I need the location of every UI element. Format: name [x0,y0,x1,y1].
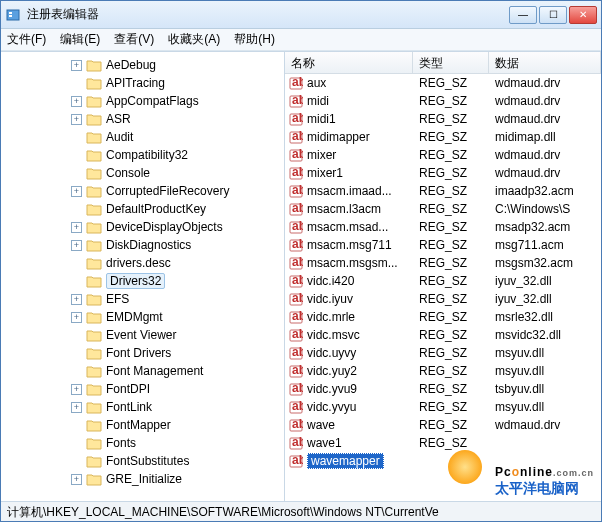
value-type: REG_SZ [413,166,489,180]
tree-node[interactable]: +DiskDiagnostics [1,236,284,254]
svg-text:ab: ab [292,274,303,287]
key-tree[interactable]: +AeDebugAPITracing+AppCompatFlags+ASRAud… [1,52,285,501]
value-row[interactable]: abmidi1REG_SZwdmaud.drv [285,110,601,128]
tree-node[interactable]: Font Management [1,362,284,380]
tree-node[interactable]: +ASR [1,110,284,128]
value-row[interactable]: abmidiREG_SZwdmaud.drv [285,92,601,110]
tree-node-label: FontMapper [106,418,171,432]
svg-text:ab: ab [292,454,303,467]
svg-text:ab: ab [292,400,303,413]
value-row[interactable]: abmsacm.imaad...REG_SZimaadp32.acm [285,182,601,200]
expand-icon[interactable]: + [71,186,82,197]
expand-icon[interactable]: + [71,474,82,485]
value-row[interactable]: abmsacm.msgsm...REG_SZmsgsm32.acm [285,254,601,272]
value-data: msg711.acm [489,238,601,252]
value-row[interactable]: abwaveREG_SZwdmaud.drv [285,416,601,434]
value-row[interactable]: abvidc.iyuvREG_SZiyuv_32.dll [285,290,601,308]
menu-help[interactable]: 帮助(H) [234,31,275,48]
col-name[interactable]: 名称 [285,52,413,73]
value-row[interactable]: abvidc.mrleREG_SZmsrle32.dll [285,308,601,326]
value-list[interactable]: abauxREG_SZwdmaud.drvabmidiREG_SZwdmaud.… [285,74,601,501]
tree-node[interactable]: Audit [1,128,284,146]
tree-node[interactable]: Font Drivers [1,344,284,362]
value-type: REG_SZ [413,418,489,432]
value-row[interactable]: abvidc.yvyuREG_SZmsyuv.dll [285,398,601,416]
value-row[interactable]: abmixerREG_SZwdmaud.drv [285,146,601,164]
tree-node[interactable]: +AppCompatFlags [1,92,284,110]
value-row[interactable]: abauxREG_SZwdmaud.drv [285,74,601,92]
tree-node[interactable]: APITracing [1,74,284,92]
value-row[interactable]: abmsacm.l3acmREG_SZC:\Windows\S [285,200,601,218]
expand-icon[interactable]: + [71,384,82,395]
tree-node[interactable]: Compatibility32 [1,146,284,164]
value-name: msacm.l3acm [307,202,381,216]
tree-node[interactable]: +GRE_Initialize [1,470,284,488]
close-button[interactable]: ✕ [569,6,597,24]
value-type: REG_SZ [413,184,489,198]
minimize-button[interactable]: — [509,6,537,24]
svg-text:ab: ab [292,184,303,197]
value-data: imaadp32.acm [489,184,601,198]
expand-icon[interactable]: + [71,114,82,125]
tree-node[interactable]: Drivers32 [1,272,284,290]
value-row[interactable]: abmsacm.msad...REG_SZmsadp32.acm [285,218,601,236]
tree-node[interactable]: FontMapper [1,416,284,434]
expand-icon[interactable]: + [71,402,82,413]
svg-text:ab: ab [292,94,303,107]
tree-node[interactable]: +AeDebug [1,56,284,74]
tree-node[interactable]: Console [1,164,284,182]
svg-text:ab: ab [292,436,303,449]
value-row[interactable]: abmixer1REG_SZwdmaud.drv [285,164,601,182]
window-buttons: — ☐ ✕ [509,6,597,24]
tree-node[interactable]: +EMDMgmt [1,308,284,326]
tree-node[interactable]: DefaultProductKey [1,200,284,218]
tree-node[interactable]: FontSubstitutes [1,452,284,470]
expand-icon[interactable]: + [71,294,82,305]
expand-icon[interactable]: + [71,312,82,323]
value-row[interactable]: abvidc.i420REG_SZiyuv_32.dll [285,272,601,290]
string-value-icon: ab [289,184,303,198]
tree-node[interactable]: +FontLink [1,398,284,416]
menu-file[interactable]: 文件(F) [7,31,46,48]
menu-view[interactable]: 查看(V) [114,31,154,48]
folder-icon [86,401,102,414]
value-type: REG_SZ [413,202,489,216]
expand-icon[interactable]: + [71,60,82,71]
tree-node[interactable]: +CorruptedFileRecovery [1,182,284,200]
menu-edit[interactable]: 编辑(E) [60,31,100,48]
expand-icon[interactable]: + [71,240,82,251]
expand-icon[interactable]: + [71,96,82,107]
col-type[interactable]: 类型 [413,52,489,73]
svg-text:ab: ab [292,346,303,359]
value-row[interactable]: abvidc.yuy2REG_SZmsyuv.dll [285,362,601,380]
maximize-button[interactable]: ☐ [539,6,567,24]
tree-node[interactable]: +EFS [1,290,284,308]
value-name: vidc.yvu9 [307,382,357,396]
folder-icon [86,203,102,216]
titlebar[interactable]: 注册表编辑器 — ☐ ✕ [1,1,601,29]
tree-node-label: Event Viewer [106,328,176,342]
tree-node[interactable]: +FontDPI [1,380,284,398]
value-row[interactable]: abwavemapper [285,452,601,470]
tree-node-label: ASR [106,112,131,126]
tree-node[interactable]: +DeviceDisplayObjects [1,218,284,236]
expand-icon[interactable]: + [71,222,82,233]
value-data: msrle32.dll [489,310,601,324]
value-row[interactable]: abmidimapperREG_SZmidimap.dll [285,128,601,146]
tree-node-label: Compatibility32 [106,148,188,162]
value-row[interactable]: abwave1REG_SZ [285,434,601,452]
value-type: REG_SZ [413,238,489,252]
value-name: wave [307,418,335,432]
col-data[interactable]: 数据 [489,52,601,73]
value-data: msyuv.dll [489,346,601,360]
tree-node[interactable]: Event Viewer [1,326,284,344]
menu-favorites[interactable]: 收藏夹(A) [168,31,220,48]
tree-node[interactable]: Fonts [1,434,284,452]
value-row[interactable]: abmsacm.msg711REG_SZmsg711.acm [285,236,601,254]
value-row[interactable]: abvidc.uyvyREG_SZmsyuv.dll [285,344,601,362]
value-data: msadp32.acm [489,220,601,234]
tree-node[interactable]: drivers.desc [1,254,284,272]
folder-icon [86,473,102,486]
value-row[interactable]: abvidc.yvu9REG_SZtsbyuv.dll [285,380,601,398]
value-row[interactable]: abvidc.msvcREG_SZmsvidc32.dll [285,326,601,344]
